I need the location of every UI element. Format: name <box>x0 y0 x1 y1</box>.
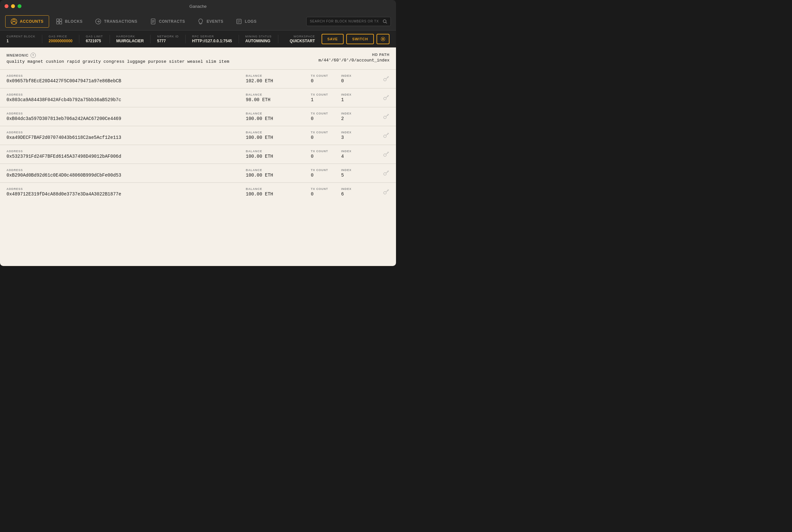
account-meta-4: TX COUNT 0 INDEX 4 <box>311 150 376 159</box>
stat-gas-limit: GAS LIMIT 6721975 <box>86 35 110 43</box>
gas-limit-value: 6721975 <box>86 39 103 43</box>
main-content: MNEMONIC ? quality magnet cushion rapid … <box>0 48 396 266</box>
workspace-label: WORKSPACE <box>294 35 315 38</box>
window-title: Ganache <box>190 4 207 9</box>
contracts-icon <box>150 18 156 25</box>
account-meta-3: TX COUNT 0 INDEX 3 <box>311 131 376 140</box>
mnemonic-help-button[interactable]: ? <box>31 53 36 58</box>
svg-rect-2 <box>57 19 59 21</box>
account-key-button-3[interactable] <box>382 132 389 139</box>
account-left-3: ADDRESS 0xa49DECF7BAF2d07074043b6118C2ae… <box>6 131 233 140</box>
navbar: ACCOUNTS BLOCKS TRANSACTIONS <box>0 12 396 31</box>
network-id-value: 5777 <box>157 39 179 43</box>
account-meta-1: TX COUNT 1 INDEX 1 <box>311 93 376 102</box>
account-left-4: ADDRESS 0x5323791Fd24F7BFEd6145A37498D49… <box>6 150 233 159</box>
account-meta-0: TX COUNT 0 INDEX 0 <box>311 74 376 83</box>
switch-button[interactable]: SWITCH <box>346 34 374 44</box>
workspace-value: QUICKSTART <box>290 39 315 43</box>
svg-rect-3 <box>59 19 62 21</box>
account-row: ADDRESS 0x5323791Fd24F7BFEd6145A37498D49… <box>0 145 396 164</box>
nav-label-blocks: BLOCKS <box>65 19 82 24</box>
account-row: ADDRESS 0x803ca9A84438F042AFcb4b792a75bb… <box>0 89 396 107</box>
account-address-6: 0x489712E319fD4cA88d0e3737e3Da4A3022B187… <box>6 192 233 197</box>
mnemonic-text: quality magnet cushion rapid gravity con… <box>6 59 229 64</box>
account-left-0: ADDRESS 0x09657bf8EcE20D4427F5C00479471a… <box>6 74 233 83</box>
account-left-6: ADDRESS 0x489712E319fD4cA88d0e3737e3Da4A… <box>6 187 233 197</box>
address-label-0: ADDRESS <box>6 74 233 77</box>
svg-line-17 <box>386 22 387 23</box>
nav-item-events[interactable]: EVENTS <box>192 15 229 27</box>
address-label-2: ADDRESS <box>6 112 233 115</box>
account-meta-6: TX COUNT 0 INDEX 6 <box>311 187 376 197</box>
account-balance-6: BALANCE 100.00 ETH <box>246 187 298 197</box>
workspace-area: WORKSPACE QUICKSTART <box>290 35 315 43</box>
nav-label-contracts: CONTRACTS <box>159 19 185 24</box>
account-key-button-1[interactable] <box>382 94 389 101</box>
search-container <box>306 17 391 26</box>
transactions-icon <box>95 18 101 25</box>
account-left-1: ADDRESS 0x803ca9A84438F042AFcb4b792a75bb… <box>6 93 233 102</box>
account-balance-3: BALANCE 100.00 ETH <box>246 131 298 140</box>
mining-status-label: MINING STATUS <box>246 35 272 38</box>
minimize-button[interactable] <box>11 4 15 8</box>
current-block-value: 1 <box>6 39 35 43</box>
mnemonic-label: MNEMONIC ? <box>6 53 229 58</box>
rpc-server-label: RPC SERVER <box>192 35 232 38</box>
account-balance-4: BALANCE 100.00 ETH <box>246 150 298 159</box>
account-address-2: 0xB04dc3a597D307813eb706a242AAC67200Ce44… <box>6 116 233 121</box>
mnemonic-left: MNEMONIC ? quality magnet cushion rapid … <box>6 53 229 64</box>
nav-label-transactions: TRANSACTIONS <box>104 19 137 24</box>
account-key-button-2[interactable] <box>382 113 389 120</box>
account-left-5: ADDRESS 0xB290Ad0Bd92d61c0E4D0c48060B999… <box>6 168 233 178</box>
mnemonic-section: MNEMONIC ? quality magnet cushion rapid … <box>0 48 396 70</box>
nav-item-logs[interactable]: LOGS <box>230 15 262 27</box>
mining-status-value: AUTOMINING <box>246 39 272 43</box>
nav-item-contracts[interactable]: CONTRACTS <box>144 15 191 27</box>
account-balance-2: BALANCE 100.00 ETH <box>246 112 298 121</box>
stat-hardfork: HARDFORK MUIRGLACIER <box>116 35 151 43</box>
accounts-icon <box>11 18 17 25</box>
address-label-5: ADDRESS <box>6 168 233 172</box>
blocks-icon <box>56 18 62 25</box>
hdpath-value: m/44'/60'/0'/0/account_index <box>318 58 389 63</box>
nav-label-logs: LOGS <box>245 19 256 24</box>
stat-current-block: CURRENT BLOCK 1 <box>6 35 42 43</box>
titlebar-controls <box>4 4 21 8</box>
address-label-1: ADDRESS <box>6 93 233 96</box>
hardfork-value: MUIRGLACIER <box>116 39 144 43</box>
account-key-button-5[interactable] <box>382 170 389 177</box>
toolbar-buttons: SAVE SWITCH <box>322 34 389 44</box>
account-left-2: ADDRESS 0xB04dc3a597D307813eb706a242AAC6… <box>6 112 233 121</box>
save-button[interactable]: SAVE <box>322 34 344 44</box>
account-address-4: 0x5323791Fd24F7BFEd6145A37498D49012bAF00… <box>6 154 233 159</box>
statsbar: CURRENT BLOCK 1 GAS PRICE 20000000000 GA… <box>0 31 396 48</box>
account-balance-5: BALANCE 100.00 ETH <box>246 168 298 178</box>
account-meta-2: TX COUNT 0 INDEX 2 <box>311 112 376 121</box>
nav-item-blocks[interactable]: BLOCKS <box>51 15 88 27</box>
svg-rect-5 <box>59 22 62 24</box>
svg-point-18 <box>382 38 384 40</box>
account-row: ADDRESS 0xB04dc3a597D307813eb706a242AAC6… <box>0 107 396 126</box>
stat-rpc-server: RPC SERVER HTTP://127.0.0.1:7545 <box>192 35 239 43</box>
settings-button[interactable] <box>376 34 389 44</box>
stat-mining-status: MINING STATUS AUTOMINING <box>246 35 278 43</box>
nav-item-accounts[interactable]: ACCOUNTS <box>5 15 49 27</box>
account-row: ADDRESS 0xB290Ad0Bd92d61c0E4D0c48060B999… <box>0 164 396 183</box>
account-balance-0: BALANCE 102.00 ETH <box>246 74 298 83</box>
stat-gas-price: GAS PRICE 20000000000 <box>49 35 79 43</box>
gas-price-value: 20000000000 <box>49 39 73 43</box>
account-key-button-4[interactable] <box>382 151 389 158</box>
account-key-button-6[interactable] <box>382 189 389 196</box>
rpc-server-value: HTTP://127.0.0.1:7545 <box>192 39 232 43</box>
close-button[interactable] <box>4 4 8 8</box>
hardfork-label: HARDFORK <box>116 35 144 38</box>
account-address-5: 0xB290Ad0Bd92d61c0E4D0c48060B999dCbFe00d… <box>6 173 233 178</box>
maximize-button[interactable] <box>18 4 21 8</box>
account-row: ADDRESS 0x09657bf8EcE20D4427F5C00479471a… <box>0 70 396 89</box>
nav-item-transactions[interactable]: TRANSACTIONS <box>90 15 143 27</box>
titlebar: Ganache <box>0 0 396 12</box>
account-key-button-0[interactable] <box>382 75 389 82</box>
events-icon <box>197 18 204 25</box>
network-id-label: NETWORK ID <box>157 35 179 38</box>
search-input[interactable] <box>310 20 380 23</box>
